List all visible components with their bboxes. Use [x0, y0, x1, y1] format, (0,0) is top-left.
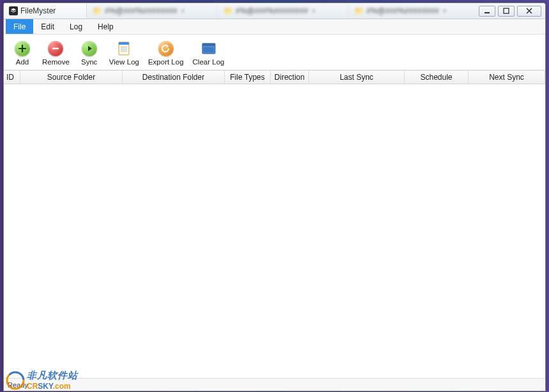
- app-window: FileMyster 📁 #%@###%######## ▾ 📁 #%@###%…: [3, 3, 546, 391]
- minus-icon: [47, 40, 64, 57]
- tab-filemyster[interactable]: FileMyster: [4, 3, 87, 19]
- tool-label: Export Log: [148, 58, 184, 66]
- tool-label: Clear Log: [193, 58, 225, 66]
- svg-rect-7: [204, 47, 214, 52]
- svg-rect-1: [504, 8, 509, 13]
- clear-log-button[interactable]: Clear Log: [189, 37, 229, 69]
- add-button[interactable]: Add: [8, 37, 37, 69]
- sync-button[interactable]: Sync: [75, 37, 104, 69]
- folder-icon: 📁: [92, 6, 102, 16]
- document-icon: [116, 40, 132, 57]
- folder-icon: 📁: [223, 6, 233, 16]
- svg-rect-0: [485, 12, 490, 13]
- table-header: ID Source Folder Destination Folder File…: [4, 70, 545, 84]
- menu-edit[interactable]: Edit: [33, 19, 62, 34]
- table-body[interactable]: [4, 84, 545, 378]
- minimize-icon: [484, 8, 490, 14]
- tool-label: Sync: [81, 58, 98, 66]
- menu-file[interactable]: File: [6, 19, 33, 34]
- chevron-down-icon: ▾: [181, 8, 184, 14]
- column-source-folder[interactable]: Source Folder: [20, 71, 123, 84]
- tab-background-3[interactable]: 📁 #%@###%######## ▾: [349, 3, 479, 19]
- tab-blur-text: #%@###%########: [366, 6, 439, 15]
- export-icon: [158, 40, 174, 57]
- tab-label: FileMyster: [20, 6, 56, 15]
- column-destination-folder[interactable]: Destination Folder: [123, 71, 225, 84]
- chevron-down-icon: ▾: [312, 8, 315, 14]
- column-id[interactable]: ID: [4, 71, 20, 84]
- tool-label: Remove: [42, 58, 70, 66]
- tab-blur-text: #%@###%########: [105, 6, 177, 15]
- tab-blur-text: #%@###%########: [236, 6, 308, 15]
- tab-background-2[interactable]: 📁 #%@###%######## ▾: [218, 3, 349, 19]
- maximize-icon: [503, 8, 509, 14]
- toolbar: Add Remove Sync: [4, 34, 545, 70]
- svg-rect-5: [202, 43, 215, 46]
- column-last-sync[interactable]: Last Sync: [309, 71, 405, 84]
- minimize-button[interactable]: [479, 6, 495, 17]
- status-text: Ready: [8, 381, 28, 389]
- plus-icon: [14, 40, 31, 57]
- column-next-sync[interactable]: Next Sync: [469, 71, 545, 84]
- column-file-types[interactable]: File Types: [225, 71, 271, 84]
- clear-icon: [200, 40, 217, 57]
- titlebar: FileMyster 📁 #%@###%######## ▾ 📁 #%@###%…: [4, 3, 545, 19]
- maximize-button[interactable]: [498, 6, 515, 17]
- close-icon: [525, 8, 533, 14]
- play-icon: [81, 40, 98, 57]
- chevron-down-icon: ▾: [443, 8, 446, 14]
- export-log-button[interactable]: Export Log: [144, 37, 188, 69]
- app-icon: [9, 6, 18, 15]
- column-direction[interactable]: Direction: [271, 71, 309, 84]
- close-button[interactable]: [517, 6, 541, 17]
- tool-label: Add: [16, 58, 29, 66]
- status-bar: Ready: [4, 378, 545, 391]
- remove-button[interactable]: Remove: [38, 37, 73, 69]
- view-log-button[interactable]: View Log: [105, 37, 143, 69]
- menu-help[interactable]: Help: [90, 19, 121, 34]
- menubar: File Edit Log Help: [4, 19, 545, 34]
- tab-background-1[interactable]: 📁 #%@###%######## ▾: [87, 3, 218, 19]
- menu-log[interactable]: Log: [62, 19, 90, 34]
- tool-label: View Log: [109, 58, 139, 66]
- column-schedule[interactable]: Schedule: [405, 71, 469, 84]
- svg-rect-3: [119, 42, 129, 45]
- window-controls: [479, 3, 545, 19]
- folder-icon: 📁: [354, 6, 364, 16]
